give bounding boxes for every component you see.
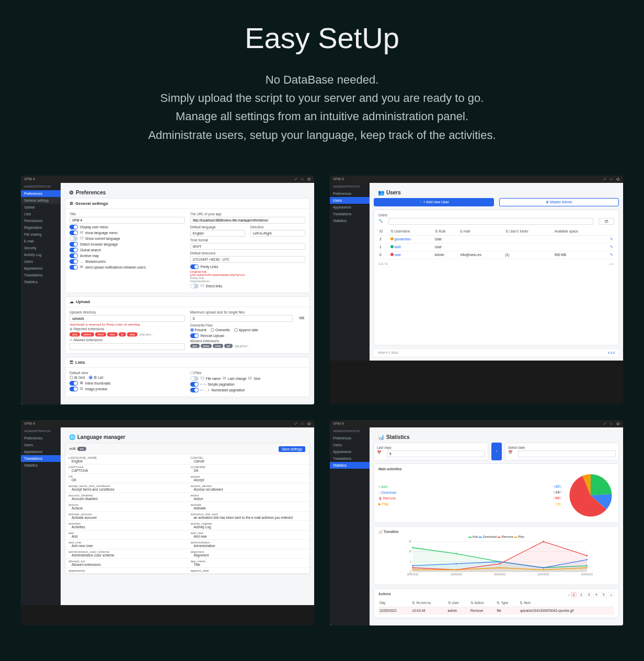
toggle-search[interactable] bbox=[70, 248, 78, 252]
toggle-pretty[interactable] bbox=[190, 264, 199, 269]
sidebar-item-users[interactable]: Users bbox=[21, 258, 61, 265]
toggle-pag2[interactable] bbox=[190, 388, 199, 392]
sidebar-item-activity[interactable]: Activity Log bbox=[21, 251, 61, 258]
sidebar-item-appearance[interactable]: Appearance bbox=[21, 265, 61, 272]
toggle-fname[interactable] bbox=[190, 376, 199, 381]
sidebar-item-translations[interactable]: Translations bbox=[21, 455, 61, 462]
sidebar-item-permissions[interactable]: Permissions bbox=[21, 217, 61, 224]
radio-overwrite[interactable]: Overwrite bbox=[211, 328, 230, 332]
title-input[interactable] bbox=[70, 217, 185, 224]
sidebar-item-users[interactable]: Users bbox=[330, 197, 370, 204]
expand-icon[interactable]: ⤢ bbox=[294, 177, 297, 181]
expand-icon[interactable]: ⤢ bbox=[603, 177, 606, 181]
table-row[interactable]: 1addiUser✎ bbox=[378, 243, 614, 251]
sidebar-item-filesharing[interactable]: File sharing bbox=[21, 231, 61, 238]
url-input[interactable] bbox=[190, 217, 306, 224]
sidebar-item-preferences[interactable]: Preferences bbox=[21, 435, 61, 442]
section-general[interactable]: ⚙ General settings bbox=[65, 199, 309, 209]
sidebar-item-appearance[interactable]: Appearance bbox=[330, 204, 370, 211]
sidebar-item-translations[interactable]: Translations bbox=[21, 272, 61, 279]
page-next[interactable]: ‹ 1 › bbox=[608, 262, 614, 265]
sidebar-item-users[interactable]: Users bbox=[330, 442, 370, 448]
refresh-button[interactable]: › bbox=[491, 443, 502, 460]
sidebar-item-translations[interactable]: Translations bbox=[330, 455, 370, 462]
allowed-input[interactable] bbox=[70, 343, 185, 350]
legend-item[interactable]: + Add27 bbox=[378, 484, 562, 490]
users-table: ID⇅ Username⇅ RoleE-mail⇅ User's folderA… bbox=[378, 228, 614, 259]
svg-text:0: 0 bbox=[410, 571, 411, 573]
toggle-pag1[interactable] bbox=[190, 382, 199, 387]
toggle-detect[interactable] bbox=[70, 242, 78, 247]
toggle-breadcrumbs[interactable] bbox=[70, 259, 78, 264]
legend-item[interactable]: ▶ Play7 bbox=[378, 501, 562, 507]
table-row[interactable]: 2giovanninoUser✎ bbox=[378, 235, 614, 243]
maxsize-input[interactable] bbox=[190, 315, 293, 322]
toggle-thumbs[interactable] bbox=[70, 381, 78, 386]
hero: Easy SetUp No DataBase needed. Simply up… bbox=[21, 10, 623, 165]
user-search-input[interactable] bbox=[388, 218, 593, 225]
rejected-tags[interactable]: phpphtmlhtmlhtmjsexe php,htm… bbox=[70, 332, 185, 337]
sidebar-item-appearance[interactable]: Appearance bbox=[330, 448, 370, 455]
hero-text: No DataBase needed. Simply upload the sc… bbox=[52, 71, 592, 144]
lang-select[interactable]: English bbox=[190, 230, 245, 237]
radio-grid[interactable]: ⊞ Grid bbox=[70, 376, 85, 380]
user-icon[interactable]: ☺ bbox=[301, 177, 304, 181]
sidebar-item-statistics[interactable]: Statistics bbox=[330, 217, 370, 224]
table-row[interactable]: 22/05/202210:43:44adminRemovefileuploads… bbox=[378, 607, 614, 614]
svg-point-32 bbox=[586, 567, 588, 569]
svg-point-29 bbox=[456, 569, 457, 571]
toggle-archive[interactable] bbox=[70, 253, 78, 258]
sidebar-item-email[interactable]: E-mail bbox=[21, 238, 61, 245]
sidebar-item-registration[interactable]: Registration bbox=[21, 224, 61, 231]
sidebar-item-preferences[interactable]: Preferences bbox=[330, 435, 370, 442]
sidebar: ADMINISTRATION Preferences General setti… bbox=[21, 183, 61, 404]
add-user-button[interactable]: 👤+ Add new User bbox=[374, 198, 494, 206]
svg-point-23 bbox=[412, 567, 413, 569]
pagination[interactable]: ‹ 12345» bbox=[568, 592, 614, 597]
svg-text:22/05/2022: 22/05/2022 bbox=[581, 573, 593, 576]
days-input[interactable] bbox=[387, 450, 485, 457]
sidebar-item-upload[interactable]: Upload bbox=[21, 204, 61, 211]
sidebar-item-general[interactable]: General settings bbox=[21, 197, 61, 204]
time-select[interactable]: d/m/Y bbox=[190, 243, 306, 250]
radio-prevent[interactable]: Prevent bbox=[190, 328, 206, 332]
sidebar-item-statistics[interactable]: Statistics bbox=[21, 462, 61, 469]
toggle-notif[interactable] bbox=[70, 265, 78, 270]
section-upload[interactable]: ☁ Upload bbox=[65, 297, 309, 307]
toggle-langmenu[interactable] bbox=[70, 230, 78, 235]
radio-append[interactable]: Append date bbox=[234, 328, 258, 332]
dir-select[interactable]: Left-to-Right bbox=[250, 230, 305, 237]
toggle-remote[interactable] bbox=[190, 333, 199, 338]
sidebar-item-lists[interactable]: Lists bbox=[21, 211, 61, 217]
sidebar-item-translations[interactable]: Translations bbox=[330, 211, 370, 217]
tz-select[interactable]: UTC/GMT +00:00 - UTC bbox=[190, 256, 306, 263]
section-lists[interactable]: ☰ Lists bbox=[65, 357, 309, 368]
sidebar-item-statistics[interactable]: Statistics bbox=[21, 279, 61, 285]
sidebar-item-preferences[interactable]: Preferences bbox=[330, 190, 370, 197]
radio-list[interactable]: ☰ List bbox=[89, 376, 103, 380]
toggle-usermenu[interactable] bbox=[70, 225, 78, 229]
page-title: 👥 Users bbox=[374, 187, 619, 198]
perpage-select[interactable]: 25 bbox=[599, 218, 614, 225]
table-row[interactable]: 0userAdmininfo@veno.es(1)500 MB✎ bbox=[378, 251, 614, 259]
legend-item[interactable]: 🗑 Remove64 bbox=[378, 495, 562, 501]
save-button[interactable]: Save settings bbox=[279, 446, 305, 452]
logout-icon[interactable]: ⏻ bbox=[616, 177, 620, 181]
user-icon[interactable]: ☺ bbox=[610, 177, 613, 181]
toggle-direct[interactable] bbox=[190, 284, 199, 288]
master-admin-button[interactable]: ♛ Master Admin bbox=[499, 198, 619, 206]
logout-icon[interactable]: ⏻ bbox=[307, 177, 311, 181]
sidebar-item-users[interactable]: Users bbox=[21, 442, 61, 448]
legend-item[interactable]: ↓ Download14 bbox=[378, 490, 562, 495]
sidebar-item-preferences[interactable]: Preferences bbox=[21, 190, 61, 197]
lang-table: LANGUAGE_NAMEEnglishCANCELCancelCAPTCHAC… bbox=[65, 455, 309, 574]
date-input[interactable] bbox=[518, 450, 616, 457]
updir-input[interactable] bbox=[70, 315, 185, 322]
toggle-imgprev[interactable] bbox=[70, 387, 78, 391]
toggle-curlang[interactable] bbox=[70, 236, 78, 241]
sidebar-item-security[interactable]: Security bbox=[21, 245, 61, 251]
sidebar-item-statistics[interactable]: Statistics bbox=[330, 462, 370, 469]
svg-text:5: 5 bbox=[410, 560, 411, 563]
sidebar-item-appearance[interactable]: Appearance bbox=[21, 448, 61, 455]
allowed-tags[interactable]: jpgjpegpnggif jpg,gif,pn… bbox=[190, 344, 306, 348]
